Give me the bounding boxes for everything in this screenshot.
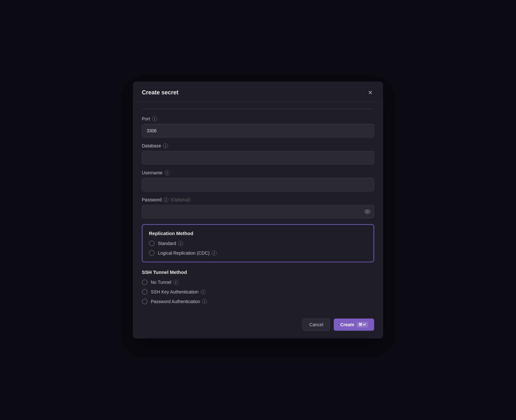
username-label: Username i xyxy=(142,170,374,175)
dialog-footer: Cancel Create ⌘ ↵ xyxy=(133,313,383,338)
database-input[interactable] xyxy=(142,151,374,164)
radio-item-logical-replication[interactable]: Logical Replication (CDC) i xyxy=(149,250,367,256)
radio-standard-label: Standard i xyxy=(158,241,183,246)
modal-overlay: Create secret Port i Da xyxy=(0,0,516,420)
password-label: Password i (Optional) xyxy=(142,197,374,202)
database-info-icon[interactable]: i xyxy=(163,143,168,148)
username-info-icon[interactable]: i xyxy=(165,170,170,175)
username-field-group: Username i xyxy=(142,170,374,191)
radio-ssh-key-circle xyxy=(142,289,148,295)
database-field-group: Database i xyxy=(142,143,374,164)
dialog-body: Port i Database i Username i xyxy=(133,102,383,313)
ssh-tunnel-section: SSH Tunnel Method No Tunnel i SSH Key Au… xyxy=(142,268,374,306)
close-icon xyxy=(368,90,373,95)
ssh-tunnel-options: No Tunnel i SSH Key Authentication i xyxy=(142,279,374,304)
password-field-group: Password i (Optional) xyxy=(142,197,374,218)
kbd-enter: ↵ xyxy=(363,322,366,327)
password-auth-info-icon[interactable]: i xyxy=(202,299,207,304)
port-field-group: Port i xyxy=(142,116,374,137)
replication-method-title: Replication Method xyxy=(149,231,367,236)
replication-method-options: Standard i Logical Replication (CDC) i xyxy=(149,241,367,256)
create-button-label: Create xyxy=(340,322,354,327)
no-tunnel-info-icon[interactable]: i xyxy=(173,280,178,285)
radio-ssh-key-label: SSH Key Authentication i xyxy=(151,289,206,294)
radio-standard-circle xyxy=(149,241,155,246)
port-info-icon[interactable]: i xyxy=(152,116,157,121)
radio-item-ssh-key-auth[interactable]: SSH Key Authentication i xyxy=(142,289,374,295)
create-button[interactable]: Create ⌘ ↵ xyxy=(334,319,374,331)
radio-logical-label: Logical Replication (CDC) i xyxy=(158,250,217,256)
port-label: Port i xyxy=(142,116,374,121)
cancel-button[interactable]: Cancel xyxy=(303,319,330,331)
radio-item-password-auth[interactable]: Password Authentication i xyxy=(142,299,374,304)
radio-no-tunnel-label: No Tunnel i xyxy=(151,280,178,285)
ssh-tunnel-title: SSH Tunnel Method xyxy=(142,269,374,275)
password-input[interactable] xyxy=(142,205,374,218)
scroll-divider xyxy=(142,109,374,109)
create-button-kbd: ⌘ ↵ xyxy=(357,322,368,328)
logical-info-icon[interactable]: i xyxy=(211,250,217,256)
create-secret-dialog: Create secret Port i Da xyxy=(133,82,383,338)
radio-item-standard[interactable]: Standard i xyxy=(149,241,367,246)
svg-point-0 xyxy=(365,210,370,214)
ssh-key-info-icon[interactable]: i xyxy=(201,289,206,294)
password-info-icon[interactable]: i xyxy=(163,197,168,202)
database-label: Database i xyxy=(142,143,374,148)
kbd-cmd: ⌘ xyxy=(358,322,362,327)
replication-method-section: Replication Method Standard i Logical Re… xyxy=(142,224,374,262)
svg-point-1 xyxy=(367,211,368,213)
radio-no-tunnel-circle xyxy=(142,279,148,285)
close-button[interactable] xyxy=(366,89,374,96)
dialog-title: Create secret xyxy=(142,89,178,96)
dialog-header: Create secret xyxy=(133,82,383,102)
standard-info-icon[interactable]: i xyxy=(178,241,183,246)
port-input[interactable] xyxy=(142,124,374,137)
show-password-icon[interactable] xyxy=(365,210,370,214)
radio-password-auth-circle xyxy=(142,299,148,304)
radio-logical-circle xyxy=(149,250,155,256)
password-optional-text: (Optional) xyxy=(170,197,190,202)
radio-item-no-tunnel[interactable]: No Tunnel i xyxy=(142,279,374,285)
radio-password-auth-label: Password Authentication i xyxy=(151,299,207,304)
password-input-wrap xyxy=(142,205,374,218)
username-input[interactable] xyxy=(142,178,374,191)
